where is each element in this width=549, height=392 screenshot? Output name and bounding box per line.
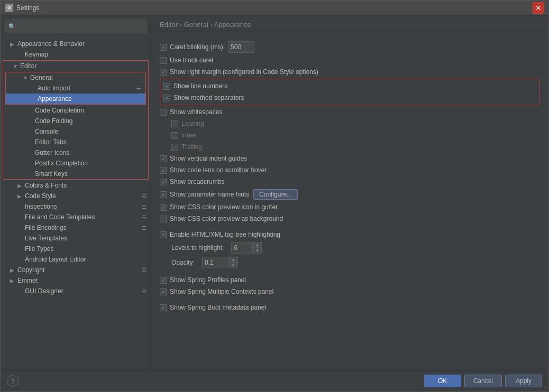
show-vertical-indent-row: ✓ Show vertical indent guides (160, 153, 540, 164)
show-spring-profiles-wrapper[interactable]: ✓ Show Spring Profiles panel (160, 276, 246, 284)
inner-wrapper[interactable]: ✓ Inner (171, 132, 196, 139)
sidebar-item-keymap[interactable]: Keymap (1, 49, 151, 60)
search-box[interactable]: 🔍 (5, 20, 147, 33)
sidebar-item-editor[interactable]: ▼ Editor (3, 61, 148, 71)
sidebar-item-general[interactable]: ▼ General (6, 72, 145, 83)
caret-blinking-input[interactable] (228, 41, 254, 53)
sidebar-item-file-encodings[interactable]: File Encodings ☰ (1, 222, 151, 233)
sidebar-item-gutter-icons[interactable]: Gutter Icons (3, 147, 148, 158)
show-code-lens-wrapper[interactable]: ✓ Show code lens on scrollbar hover (160, 166, 267, 174)
sidebar-item-label: GUI Designer (25, 287, 142, 295)
show-right-margin-checkbox[interactable]: ✓ (160, 69, 167, 76)
show-line-numbers-checkbox[interactable]: ✓ (163, 83, 170, 90)
settings-window: ⚙ Settings ✕ 🔍 ▶ Appearance & Behavior K… (0, 0, 549, 392)
sidebar-item-appearance-behavior[interactable]: ▶ Appearance & Behavior (1, 39, 151, 49)
show-parameter-hints-wrapper[interactable]: ✓ Show parameter name hints (160, 191, 249, 198)
arrow-spacer (28, 150, 34, 156)
sidebar-item-label: Live Templates (25, 235, 147, 242)
sidebar-item-auto-import[interactable]: Auto Import ☰ (6, 83, 145, 94)
breadcrumb-sep1: › (180, 21, 184, 29)
sidebar-item-emmet[interactable]: ▶ Emmet (1, 275, 151, 286)
show-css-background-checkbox[interactable] (160, 216, 167, 222)
sidebar-item-code-completion[interactable]: Code Completion (3, 105, 148, 116)
arrow-spacer (17, 214, 24, 220)
arrow-spacer (30, 86, 36, 91)
configure-button[interactable]: Configure... (253, 189, 298, 200)
opacity-input[interactable] (202, 257, 228, 268)
show-vertical-indent-checkbox[interactable]: ✓ (160, 155, 167, 162)
show-css-background-row: Show CSS color preview as background (160, 213, 540, 225)
sidebar-item-code-folding[interactable]: Code Folding (3, 116, 148, 126)
sidebar-item-smart-keys[interactable]: Smart Keys (3, 169, 148, 179)
show-whitespaces-wrapper[interactable]: Show whitespaces (160, 108, 222, 116)
trailing-checkbox[interactable]: ✓ (171, 144, 178, 151)
show-parameter-hints-checkbox[interactable]: ✓ (160, 191, 167, 198)
use-block-caret-wrapper[interactable]: Use block caret (160, 57, 214, 64)
sidebar-item-label: Appearance & Behavior (17, 40, 147, 48)
show-code-lens-checkbox[interactable]: ✓ (160, 167, 167, 174)
sidebar-item-label: Code Folding (35, 117, 144, 125)
caret-blinking-label: Caret blinking (ms): (170, 43, 225, 51)
levels-down-button[interactable]: ▼ (253, 248, 261, 253)
close-button[interactable]: ✕ (533, 2, 544, 14)
show-breadcrumbs-checkbox[interactable]: ✓ (160, 179, 167, 185)
caret-blinking-checkbox-wrapper[interactable]: ✓ Caret blinking (ms): (160, 43, 225, 51)
arrow-icon: ▶ (17, 183, 24, 189)
show-code-lens-row: ✓ Show code lens on scrollbar hover (160, 164, 540, 176)
show-css-preview-checkbox[interactable]: ✓ (160, 204, 167, 211)
show-right-margin-wrapper[interactable]: ✓ Show right margin (configured in Code … (160, 68, 318, 76)
sidebar: 🔍 ▶ Appearance & Behavior Keymap ▼ (1, 15, 151, 370)
sidebar-item-copyright[interactable]: ▶ Copyright ☰ (1, 265, 151, 275)
leading-checkbox[interactable]: ✓ (171, 120, 178, 127)
show-method-separators-checkbox[interactable]: ✓ (163, 95, 170, 101)
search-input[interactable] (18, 23, 143, 30)
trailing-label: Trailing (181, 143, 202, 151)
arrow-spacer (28, 161, 34, 166)
opacity-down-button[interactable]: ▼ (229, 263, 237, 268)
sidebar-item-label: File Types (25, 245, 147, 253)
show-whitespaces-checkbox[interactable] (160, 109, 167, 116)
sidebar-item-inspections[interactable]: Inspections ☰ (1, 201, 151, 212)
sidebar-tree: ▶ Appearance & Behavior Keymap ▼ Editor (1, 38, 151, 370)
ok-button[interactable]: OK (424, 375, 461, 387)
trailing-wrapper[interactable]: ✓ Trailing (171, 143, 202, 151)
enable-html-xml-checkbox[interactable]: ✓ (160, 231, 167, 238)
sidebar-item-colors-fonts[interactable]: ▶ Colors & Fonts (1, 180, 151, 191)
show-vertical-indent-wrapper[interactable]: ✓ Show vertical indent guides (160, 155, 247, 162)
show-spring-multiple-wrapper[interactable]: ✓ Show Spring Multiple Contexts panel (160, 288, 273, 295)
sidebar-item-file-code-templates[interactable]: File and Code Templates ☰ (1, 212, 151, 222)
show-css-background-wrapper[interactable]: Show CSS color preview as background (160, 215, 283, 222)
show-spring-multiple-checkbox[interactable]: ✓ (160, 288, 167, 295)
settings-icon: ☰ (142, 267, 147, 273)
sidebar-item-file-types[interactable]: File Types (1, 244, 151, 254)
enable-html-xml-wrapper[interactable]: ✓ Enable HTML/XML tag tree highlighting (160, 231, 280, 238)
sidebar-item-editor-tabs[interactable]: Editor Tabs (3, 137, 148, 147)
levels-spinner-buttons: ▲ ▼ (252, 242, 262, 254)
show-breadcrumbs-wrapper[interactable]: ✓ Show breadcrumbs (160, 178, 224, 185)
sidebar-item-console[interactable]: Console (3, 126, 148, 137)
sidebar-item-label: General (30, 74, 141, 81)
show-spring-boot-wrapper[interactable]: ✓ Show Spring Boot metadata panel (160, 304, 266, 311)
sidebar-item-appearance[interactable]: Appearance (6, 94, 145, 104)
leading-wrapper[interactable]: ✓ Leading (171, 120, 204, 127)
apply-button[interactable]: Apply (505, 375, 542, 387)
sidebar-item-android-layout[interactable]: Android Layout Editor (1, 254, 151, 265)
show-spring-boot-checkbox[interactable]: ✓ (160, 304, 167, 311)
sidebar-item-gui-designer[interactable]: GUI Designer ☰ (1, 286, 151, 296)
help-button[interactable]: ? (7, 375, 19, 387)
footer: ? OK Cancel Apply (1, 370, 548, 391)
caret-blinking-checkbox[interactable]: ✓ (160, 44, 167, 51)
opacity-up-button[interactable]: ▲ (229, 257, 237, 263)
sidebar-item-code-style[interactable]: ▶ Code Style ☰ (1, 191, 151, 201)
inner-checkbox[interactable]: ✓ (171, 132, 178, 139)
levels-up-button[interactable]: ▲ (253, 242, 261, 248)
show-css-preview-wrapper[interactable]: ✓ Show CSS color preview icon in gutter (160, 203, 278, 211)
levels-input[interactable] (231, 242, 252, 254)
show-line-numbers-wrapper[interactable]: ✓ Show line numbers (163, 82, 227, 90)
cancel-button[interactable]: Cancel (464, 375, 502, 387)
use-block-caret-checkbox[interactable] (160, 57, 167, 64)
show-method-separators-wrapper[interactable]: ✓ Show method separators (163, 94, 244, 101)
show-spring-profiles-checkbox[interactable]: ✓ (160, 277, 167, 284)
sidebar-item-live-templates[interactable]: Live Templates (1, 233, 151, 244)
sidebar-item-postfix-completion[interactable]: Postfix Completion (3, 158, 148, 169)
